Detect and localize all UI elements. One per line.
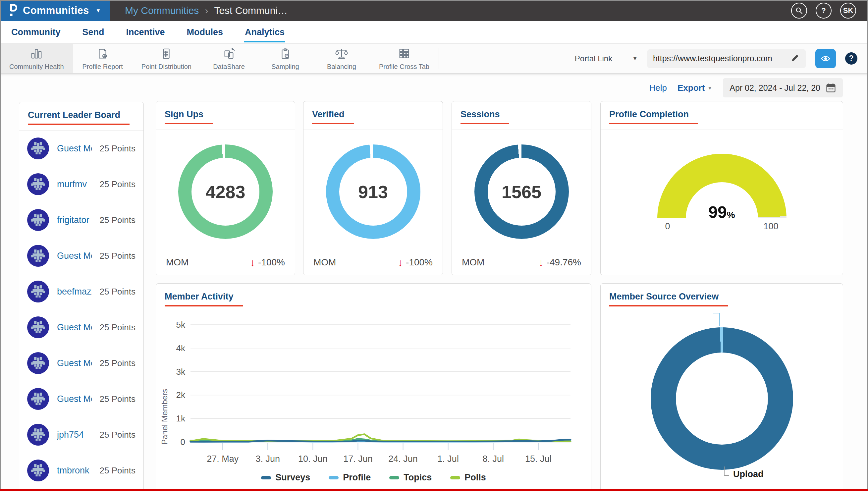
list-item[interactable]: Guest Member 25 Points: [19, 381, 143, 417]
member-points: 25 Points: [100, 465, 136, 476]
toolbar-item-profile-report[interactable]: Profile Report: [73, 44, 132, 73]
chevron-down-icon: ▼: [707, 85, 712, 91]
list-item[interactable]: murfmv 25 Points: [19, 166, 143, 202]
question-mark-icon: ?: [821, 6, 826, 15]
toolbar-item-datashare[interactable]: DataShare: [201, 44, 257, 73]
breadcrumb-root[interactable]: My Communities: [125, 5, 199, 16]
search-button[interactable]: [791, 3, 807, 19]
verified-mom-row: MOM ↓ -100%: [313, 257, 433, 268]
date-range-text: Apr 02, 2024 - Jul 22, 20: [729, 83, 820, 93]
mom-label: MOM: [166, 257, 189, 268]
list-item[interactable]: Guest Member 25 Points: [19, 131, 143, 166]
topbar-actions: ? SK: [791, 0, 868, 21]
tab-analytics[interactable]: Analytics: [244, 22, 285, 42]
edit-url-button[interactable]: [790, 53, 800, 64]
member-name[interactable]: murfmv: [57, 179, 92, 190]
member-source-donut-chart: [651, 327, 793, 470]
svg-text:4k: 4k: [176, 343, 185, 353]
member-name[interactable]: beefmazz: [57, 287, 92, 297]
tab-send[interactable]: Send: [82, 22, 105, 42]
tab-modules[interactable]: Modules: [186, 22, 224, 42]
profile-report-icon: [96, 47, 110, 61]
member-name[interactable]: jph754: [57, 430, 92, 440]
verified-value: 913: [326, 144, 421, 239]
portal-url-field[interactable]: https://www.testquestionpro.com: [647, 49, 806, 68]
questionpro-logo-icon: [8, 3, 18, 18]
signups-donut-chart: 4283: [178, 144, 273, 239]
toolbar-item-sampling[interactable]: ? Sampling: [257, 44, 313, 73]
profile-completion-title: Profile Completion: [609, 109, 698, 124]
list-item[interactable]: Guest Member 25 Points: [19, 310, 143, 345]
export-menu[interactable]: Export ▼: [677, 83, 712, 93]
portal-help-button[interactable]: ?: [845, 52, 858, 65]
top-bar: Communities ▾ My Communities › Test Comm…: [0, 0, 868, 21]
avatar: [27, 352, 49, 374]
member-name[interactable]: tmbronk: [57, 465, 92, 476]
date-range-picker[interactable]: Apr 02, 2024 - Jul 22, 20: [723, 78, 843, 97]
avatar: [27, 138, 49, 160]
legend-item-profile[interactable]: Profile: [329, 472, 371, 483]
gauge-max-label: 100: [763, 221, 778, 232]
upload-slice-label[interactable]: Upload: [733, 469, 764, 480]
calendar-icon: [826, 83, 836, 93]
card-header: Sign Ups: [156, 102, 295, 130]
upload-callout-line: [724, 466, 729, 476]
help-link[interactable]: Help: [649, 83, 667, 93]
datashare-icon: [222, 47, 236, 61]
gauge-value: 99%: [657, 203, 786, 219]
toolbar-item-balancing[interactable]: Balancing: [313, 44, 370, 73]
verified-title: Verified: [312, 109, 354, 124]
member-activity-chart: Panel Members 01k2k3k4k5k27. May3. Jun10…: [156, 315, 591, 483]
main-nav: Community Send Incentive Modules Analyti…: [0, 21, 868, 44]
mom-label: MOM: [313, 257, 336, 268]
breadcrumb: My Communities › Test Communi…: [110, 0, 288, 21]
portal-link-label: Portal Link: [575, 54, 612, 63]
svg-text:10. Jun: 10. Jun: [298, 454, 328, 464]
toolbar-item-profile-cross-tab[interactable]: Profile Cross Tab: [370, 44, 439, 73]
toolbar-item-community-health[interactable]: Community Health: [0, 44, 73, 73]
member-name[interactable]: Guest Member: [57, 394, 92, 404]
svg-text:15. Jul: 15. Jul: [525, 454, 552, 464]
svg-text:1. Jul: 1. Jul: [437, 454, 459, 464]
member-name[interactable]: Guest Member: [57, 251, 92, 261]
member-source-card: Member Source Overview Upload: [600, 283, 843, 491]
member-name[interactable]: frigitator: [57, 215, 92, 225]
portal-link-select[interactable]: Portal Link ▼: [575, 54, 638, 63]
legend-item-polls[interactable]: Polls: [450, 472, 486, 483]
line-chart: 01k2k3k4k5k27. May3. Jun10. Jun17. Jun24…: [171, 315, 582, 472]
list-item[interactable]: jph754 25 Points: [19, 417, 143, 453]
member-points: 25 Points: [100, 322, 136, 333]
product-switcher[interactable]: Communities ▾: [0, 0, 110, 21]
member-points: 25 Points: [100, 287, 136, 297]
preview-portal-button[interactable]: [815, 49, 836, 68]
legend-item-topics[interactable]: Topics: [389, 472, 432, 483]
list-item[interactable]: tmbronk 25 Points: [19, 453, 143, 488]
gauge-axis-labels: 0 100: [657, 219, 786, 232]
legend-item-surveys[interactable]: Surveys: [261, 472, 310, 483]
signups-mom-row: MOM ↓ -100%: [166, 257, 285, 268]
mom-label: MOM: [462, 257, 484, 268]
member-name[interactable]: Guest Member: [57, 322, 92, 333]
mom-change-value: -49.76%: [547, 257, 581, 268]
tab-incentive[interactable]: Incentive: [125, 22, 166, 42]
chevron-down-icon: ▼: [632, 55, 638, 62]
signups-title: Sign Ups: [165, 109, 213, 124]
eye-icon: [820, 54, 831, 63]
list-item[interactable]: Guest Member 25 Points: [19, 238, 143, 274]
svg-text:1k: 1k: [176, 413, 185, 424]
list-item[interactable]: frigitator 25 Points: [19, 202, 143, 238]
member-name[interactable]: Guest Member: [57, 358, 92, 368]
toolbar-item-label: Sampling: [271, 63, 299, 70]
point-distribution-icon: [160, 47, 173, 61]
list-item[interactable]: beefmazz 25 Points: [19, 274, 143, 310]
member-name[interactable]: Guest Member: [57, 143, 92, 154]
list-item[interactable]: Guest Member 25 Points: [19, 345, 143, 381]
avatar: [27, 281, 49, 302]
tab-community[interactable]: Community: [10, 22, 61, 42]
user-avatar[interactable]: SK: [840, 3, 856, 19]
toolbar-item-point-distribution[interactable]: Point Distribution: [132, 44, 201, 73]
y-axis-label: Panel Members: [160, 389, 169, 444]
svg-text:24. Jun: 24. Jun: [388, 454, 418, 464]
arrow-down-icon: ↓: [538, 257, 544, 268]
help-button[interactable]: ?: [816, 3, 832, 19]
